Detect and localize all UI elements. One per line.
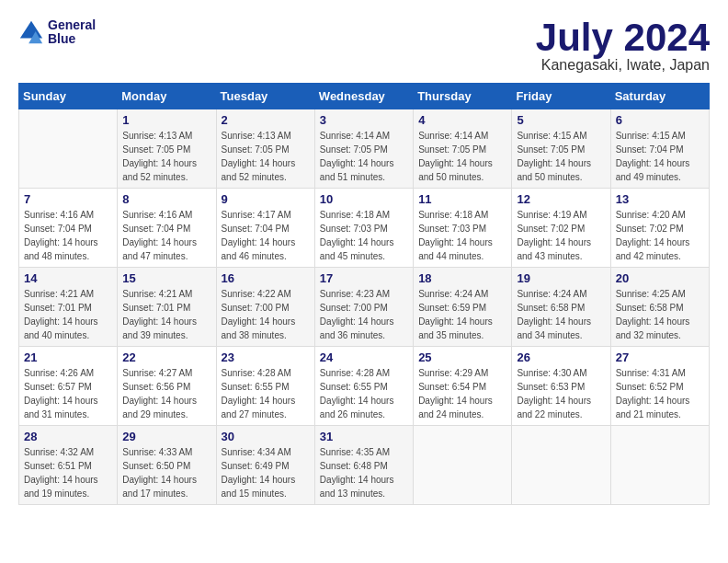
day-number: 30 [222, 430, 310, 443]
day-info: Sunrise: 4:26 AM Sunset: 6:57 PM Dayligh… [24, 366, 112, 421]
calendar-cell: 17Sunrise: 4:23 AM Sunset: 7:00 PM Dayli… [314, 268, 413, 347]
day-number: 29 [122, 430, 210, 443]
calendar-cell: 10Sunrise: 4:18 AM Sunset: 7:03 PM Dayli… [314, 189, 413, 268]
calendar-table: SundayMondayTuesdayWednesdayThursdayFrid… [18, 83, 710, 505]
day-number: 12 [517, 192, 605, 206]
day-info: Sunrise: 4:14 AM Sunset: 7:05 PM Dayligh… [418, 129, 506, 184]
svg-marker-0 [20, 21, 42, 39]
calendar-cell: 15Sunrise: 4:21 AM Sunset: 7:01 PM Dayli… [118, 268, 216, 347]
day-info: Sunrise: 4:23 AM Sunset: 7:00 PM Dayligh… [320, 287, 408, 342]
day-number: 10 [320, 192, 408, 206]
day-number: 17 [320, 271, 408, 285]
logo: General Blue [18, 18, 96, 47]
day-info: Sunrise: 4:28 AM Sunset: 6:55 PM Dayligh… [222, 366, 310, 421]
day-info: Sunrise: 4:24 AM Sunset: 6:58 PM Dayligh… [517, 287, 605, 342]
calendar-cell: 5Sunrise: 4:15 AM Sunset: 7:05 PM Daylig… [512, 109, 610, 189]
day-info: Sunrise: 4:28 AM Sunset: 6:55 PM Dayligh… [320, 366, 408, 421]
day-info: Sunrise: 4:35 AM Sunset: 6:48 PM Dayligh… [320, 445, 408, 500]
day-info: Sunrise: 4:16 AM Sunset: 7:04 PM Dayligh… [24, 208, 112, 263]
day-info: Sunrise: 4:33 AM Sunset: 6:50 PM Dayligh… [122, 445, 210, 500]
day-number: 23 [222, 350, 310, 364]
weekday-header: Sunday [19, 84, 118, 109]
calendar-cell: 18Sunrise: 4:24 AM Sunset: 6:59 PM Dayli… [414, 268, 512, 347]
day-info: Sunrise: 4:20 AM Sunset: 7:02 PM Dayligh… [616, 208, 704, 263]
calendar-cell: 11Sunrise: 4:18 AM Sunset: 7:03 PM Dayli… [414, 189, 512, 268]
calendar-cell: 1Sunrise: 4:13 AM Sunset: 7:05 PM Daylig… [118, 109, 216, 189]
day-info: Sunrise: 4:18 AM Sunset: 7:03 PM Dayligh… [320, 208, 408, 263]
calendar-cell: 13Sunrise: 4:20 AM Sunset: 7:02 PM Dayli… [610, 189, 709, 268]
calendar-cell: 26Sunrise: 4:30 AM Sunset: 6:53 PM Dayli… [512, 347, 610, 426]
calendar-cell: 19Sunrise: 4:24 AM Sunset: 6:58 PM Dayli… [512, 268, 610, 347]
day-number: 16 [222, 271, 310, 285]
day-info: Sunrise: 4:29 AM Sunset: 6:54 PM Dayligh… [418, 366, 506, 421]
weekday-header: Thursday [414, 84, 512, 109]
day-number: 21 [24, 350, 112, 364]
logo-text: General Blue [48, 18, 96, 47]
month-title: July 2024 [536, 18, 710, 57]
weekday-header: Wednesday [314, 84, 413, 109]
day-number: 14 [24, 271, 112, 285]
calendar-cell [414, 426, 512, 505]
day-number: 7 [24, 192, 112, 206]
day-info: Sunrise: 4:21 AM Sunset: 7:01 PM Dayligh… [122, 287, 210, 342]
weekday-header: Monday [118, 84, 216, 109]
day-number: 11 [418, 192, 506, 206]
calendar-week-row: 7Sunrise: 4:16 AM Sunset: 7:04 PM Daylig… [19, 189, 710, 268]
calendar-body: 1Sunrise: 4:13 AM Sunset: 7:05 PM Daylig… [19, 109, 710, 505]
day-number: 25 [418, 350, 506, 364]
day-number: 28 [24, 430, 112, 443]
calendar-header: SundayMondayTuesdayWednesdayThursdayFrid… [19, 84, 710, 109]
day-info: Sunrise: 4:15 AM Sunset: 7:04 PM Dayligh… [616, 129, 704, 184]
day-info: Sunrise: 4:27 AM Sunset: 6:56 PM Dayligh… [122, 366, 210, 421]
day-info: Sunrise: 4:17 AM Sunset: 7:04 PM Dayligh… [222, 208, 310, 263]
title-section: July 2024 Kanegasaki, Iwate, Japan [536, 18, 710, 74]
location-title: Kanegasaki, Iwate, Japan [536, 57, 710, 74]
calendar-cell: 7Sunrise: 4:16 AM Sunset: 7:04 PM Daylig… [19, 189, 118, 268]
calendar-cell: 29Sunrise: 4:33 AM Sunset: 6:50 PM Dayli… [118, 426, 216, 505]
calendar-cell: 4Sunrise: 4:14 AM Sunset: 7:05 PM Daylig… [414, 109, 512, 189]
calendar-cell: 30Sunrise: 4:34 AM Sunset: 6:49 PM Dayli… [216, 426, 314, 505]
day-info: Sunrise: 4:18 AM Sunset: 7:03 PM Dayligh… [418, 208, 506, 263]
logo-icon [18, 19, 44, 45]
day-number: 2 [222, 113, 310, 127]
day-info: Sunrise: 4:30 AM Sunset: 6:53 PM Dayligh… [517, 366, 605, 421]
day-number: 13 [616, 192, 704, 206]
calendar-cell: 14Sunrise: 4:21 AM Sunset: 7:01 PM Dayli… [19, 268, 118, 347]
day-info: Sunrise: 4:24 AM Sunset: 6:59 PM Dayligh… [418, 287, 506, 342]
calendar-cell [610, 426, 709, 505]
day-number: 8 [122, 192, 210, 206]
day-info: Sunrise: 4:19 AM Sunset: 7:02 PM Dayligh… [517, 208, 605, 263]
day-number: 3 [320, 113, 408, 127]
day-number: 19 [517, 271, 605, 285]
calendar-cell: 22Sunrise: 4:27 AM Sunset: 6:56 PM Dayli… [118, 347, 216, 426]
day-number: 26 [517, 350, 605, 364]
calendar-cell: 16Sunrise: 4:22 AM Sunset: 7:00 PM Dayli… [216, 268, 314, 347]
day-number: 20 [616, 271, 704, 285]
day-info: Sunrise: 4:15 AM Sunset: 7:05 PM Dayligh… [517, 129, 605, 184]
day-number: 1 [122, 113, 210, 127]
weekday-header: Friday [512, 84, 610, 109]
calendar-cell: 23Sunrise: 4:28 AM Sunset: 6:55 PM Dayli… [216, 347, 314, 426]
calendar-cell: 8Sunrise: 4:16 AM Sunset: 7:04 PM Daylig… [118, 189, 216, 268]
weekday-header: Tuesday [216, 84, 314, 109]
calendar-week-row: 1Sunrise: 4:13 AM Sunset: 7:05 PM Daylig… [19, 109, 710, 189]
day-number: 6 [616, 113, 704, 127]
logo-line2: Blue [48, 32, 96, 46]
day-info: Sunrise: 4:32 AM Sunset: 6:51 PM Dayligh… [24, 445, 112, 500]
calendar-cell: 6Sunrise: 4:15 AM Sunset: 7:04 PM Daylig… [610, 109, 709, 189]
day-info: Sunrise: 4:16 AM Sunset: 7:04 PM Dayligh… [122, 208, 210, 263]
day-number: 27 [616, 350, 704, 364]
calendar-week-row: 14Sunrise: 4:21 AM Sunset: 7:01 PM Dayli… [19, 268, 710, 347]
day-number: 4 [418, 113, 506, 127]
day-info: Sunrise: 4:21 AM Sunset: 7:01 PM Dayligh… [24, 287, 112, 342]
day-info: Sunrise: 4:25 AM Sunset: 6:58 PM Dayligh… [616, 287, 704, 342]
calendar-week-row: 21Sunrise: 4:26 AM Sunset: 6:57 PM Dayli… [19, 347, 710, 426]
page-header: General Blue July 2024 Kanegasaki, Iwate… [18, 18, 710, 74]
calendar-cell: 28Sunrise: 4:32 AM Sunset: 6:51 PM Dayli… [19, 426, 118, 505]
calendar-cell [512, 426, 610, 505]
calendar-cell: 12Sunrise: 4:19 AM Sunset: 7:02 PM Dayli… [512, 189, 610, 268]
day-number: 9 [222, 192, 310, 206]
calendar-cell: 31Sunrise: 4:35 AM Sunset: 6:48 PM Dayli… [314, 426, 413, 505]
day-info: Sunrise: 4:31 AM Sunset: 6:52 PM Dayligh… [616, 366, 704, 421]
day-number: 18 [418, 271, 506, 285]
